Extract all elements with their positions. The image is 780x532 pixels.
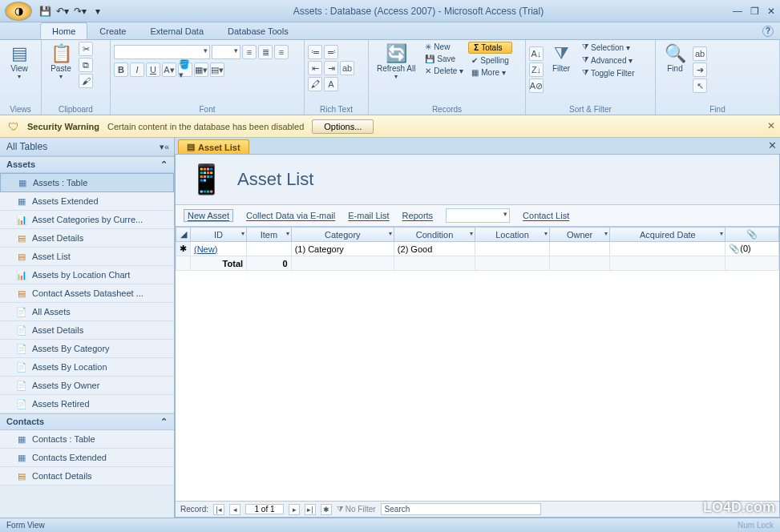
nav-item[interactable]: ▤Asset List	[0, 248, 174, 266]
save-icon[interactable]: 💾	[38, 5, 51, 18]
highlight-icon[interactable]: 🖍	[308, 77, 322, 91]
col-header[interactable]: Category▾	[291, 228, 394, 242]
nav-item[interactable]: ▦Assets : Table	[0, 173, 174, 192]
nav-item[interactable]: ▦Contacts Extended	[0, 449, 174, 467]
format-painter-icon[interactable]: 🖌	[79, 74, 93, 88]
delete-record-button[interactable]: ✕Delete▾	[422, 66, 467, 76]
cell[interactable]	[475, 242, 549, 256]
font-name-combo[interactable]	[114, 45, 210, 59]
undo-icon[interactable]: ↶▾	[56, 5, 69, 18]
totals-button[interactable]: ΣTotals	[468, 42, 512, 54]
cell[interactable]	[549, 242, 610, 256]
ltr-icon[interactable]: ab	[340, 61, 354, 75]
contact-list-link[interactable]: Contact List	[523, 211, 569, 220]
nav-item[interactable]: ▤Contact Assets Datasheet ...	[0, 284, 174, 303]
paste-button[interactable]: 📋Paste▾	[45, 42, 77, 82]
more-button[interactable]: ▦More▾	[468, 67, 512, 78]
save-record-button[interactable]: 💾Save	[422, 54, 467, 64]
bold-button[interactable]: B	[114, 62, 128, 77]
tab-create[interactable]: Create	[87, 22, 138, 39]
object-close-icon[interactable]: ✕	[768, 139, 777, 151]
nav-group-contacts[interactable]: Contacts⌃	[0, 413, 174, 430]
next-record-button[interactable]: ▸	[289, 504, 300, 515]
tab-external-data[interactable]: External Data	[138, 22, 216, 39]
cell[interactable]: 📎(0)	[725, 242, 779, 256]
select-icon[interactable]: ↖	[693, 79, 707, 93]
goto-icon[interactable]: ➔	[693, 62, 707, 77]
first-record-button[interactable]: |◂	[213, 504, 224, 515]
font-color-icon[interactable]: A▾	[162, 62, 176, 77]
reports-link[interactable]: Reports	[402, 211, 434, 220]
datasheet-grid[interactable]: ◢ID▾Item▾Category▾Condition▾Location▾Own…	[176, 227, 779, 501]
nav-item[interactable]: 📄Asset Details	[0, 321, 174, 340]
email-list-link[interactable]: E-mail List	[348, 211, 389, 220]
text-color-icon[interactable]: A	[324, 77, 338, 91]
align-center-icon[interactable]: ≣	[258, 45, 273, 59]
col-header[interactable]: Acquired Date▾	[610, 228, 725, 242]
object-tab[interactable]: ▤Asset List	[178, 139, 249, 154]
inc-indent-icon[interactable]: ⇥	[324, 61, 338, 75]
align-right-icon[interactable]: ≡	[274, 45, 289, 59]
col-header[interactable]: ID▾	[191, 228, 247, 242]
col-header[interactable]: Item▾	[247, 228, 292, 242]
col-header[interactable]: Owner▾	[549, 228, 610, 242]
nav-item[interactable]: ▦Contacts : Table	[0, 430, 174, 449]
office-button[interactable]: ◑	[5, 2, 32, 21]
underline-button[interactable]: U	[146, 62, 160, 77]
qat-more-icon[interactable]: ▾	[91, 5, 104, 18]
alt-row-icon[interactable]: ▤▾	[210, 62, 224, 77]
cell[interactable]: (New)	[191, 242, 247, 256]
nav-item[interactable]: 📊Asset Categories by Curre...	[0, 211, 174, 229]
prev-record-button[interactable]: ◂	[229, 504, 240, 515]
replace-icon[interactable]: ab	[693, 46, 707, 61]
security-options-button[interactable]: Options...	[312, 119, 374, 134]
dec-indent-icon[interactable]: ⇤	[308, 61, 322, 75]
copy-icon[interactable]: ⧉	[79, 58, 93, 72]
help-icon[interactable]: ?	[762, 26, 774, 37]
chevron-down-icon[interactable]: ▾ «	[160, 142, 168, 152]
view-button[interactable]: ▤View▾	[3, 42, 35, 82]
align-left-icon[interactable]: ≡	[242, 45, 257, 59]
selection-button[interactable]: ⧩Selection▾	[579, 42, 637, 53]
nav-item[interactable]: 📄Assets By Owner	[0, 377, 174, 395]
new-record-row[interactable]: ✱(New)(1) Category(2) Good📎(0)	[176, 242, 779, 256]
security-close-icon[interactable]: ✕	[767, 120, 775, 131]
nav-group-assets[interactable]: Assets⌃	[0, 156, 174, 173]
nav-header[interactable]: All Tables▾ «	[0, 138, 174, 156]
nav-item[interactable]: 📄Assets By Location	[0, 358, 174, 377]
nav-item[interactable]: ▤Asset Details	[0, 229, 174, 248]
nav-item[interactable]: 📄All Assets	[0, 303, 174, 321]
font-size-combo[interactable]	[212, 45, 240, 59]
record-position[interactable]	[245, 504, 284, 514]
italic-button[interactable]: I	[130, 62, 144, 77]
find-button[interactable]: 🔍Find	[659, 42, 691, 75]
toggle-filter-button[interactable]: ⧩Toggle Filter	[579, 67, 637, 79]
gridlines-icon[interactable]: ▦▾	[194, 62, 208, 77]
reports-combo[interactable]	[446, 208, 510, 223]
close-icon[interactable]: ✕	[767, 6, 775, 17]
bullets-icon[interactable]: ≔	[308, 45, 322, 59]
col-attachment[interactable]: 📎	[725, 228, 779, 242]
cell[interactable]	[610, 242, 725, 256]
cell[interactable]: (2) Good	[394, 242, 475, 256]
fill-color-icon[interactable]: 🪣▾	[178, 62, 192, 77]
cell[interactable]	[247, 242, 292, 256]
sort-asc-icon[interactable]: A↓	[529, 46, 544, 61]
col-header[interactable]: Condition▾	[394, 228, 475, 242]
collect-data-link[interactable]: Collect Data via E-mail	[246, 211, 335, 220]
nav-item[interactable]: ▤Contact Details	[0, 467, 174, 486]
search-box[interactable]: Search	[381, 503, 541, 515]
numbering-icon[interactable]: ≕	[324, 45, 338, 59]
tab-database-tools[interactable]: Database Tools	[216, 22, 301, 39]
restore-icon[interactable]: ❐	[750, 6, 759, 17]
new-record-nav-button[interactable]: ✱	[321, 504, 332, 515]
clear-sort-icon[interactable]: A⊘	[529, 79, 544, 93]
redo-icon[interactable]: ↷▾	[74, 5, 87, 18]
cell[interactable]: (1) Category	[291, 242, 394, 256]
cut-icon[interactable]: ✂	[79, 42, 93, 56]
col-header[interactable]: Location▾	[475, 228, 549, 242]
last-record-button[interactable]: ▸|	[305, 504, 316, 515]
minimize-icon[interactable]: —	[733, 6, 742, 17]
row-selector-header[interactable]: ◢	[176, 228, 191, 242]
new-asset-link[interactable]: New Asset	[184, 209, 233, 222]
